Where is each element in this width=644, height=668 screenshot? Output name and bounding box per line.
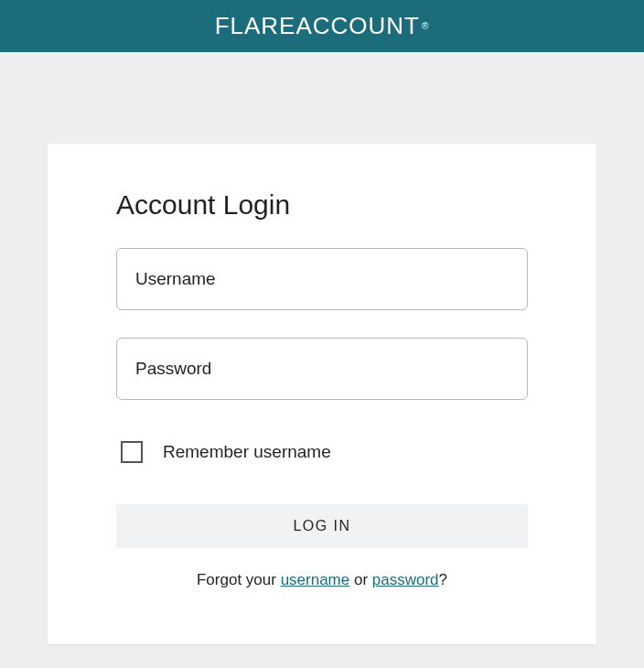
forgot-password-link[interactable]: password xyxy=(372,571,439,588)
logo: FLAREACCOUNT® xyxy=(215,12,430,40)
username-input[interactable] xyxy=(116,248,528,310)
password-input[interactable] xyxy=(116,338,528,400)
remember-label: Remember username xyxy=(163,442,331,462)
logo-account-text: ACCOUNT xyxy=(295,12,420,40)
logo-flare-text: FLARE xyxy=(215,12,296,40)
header: FLAREACCOUNT® xyxy=(0,0,644,52)
forgot-prefix: Forgot your xyxy=(197,571,281,588)
login-card: Account Login Remember username LOG IN F… xyxy=(48,144,596,644)
remember-checkbox[interactable] xyxy=(121,441,143,463)
login-button[interactable]: LOG IN xyxy=(116,504,528,548)
logo-registered-icon: ® xyxy=(422,21,429,31)
forgot-username-link[interactable]: username xyxy=(281,571,350,588)
page-title: Account Login xyxy=(116,189,528,221)
forgot-suffix: ? xyxy=(439,571,447,588)
forgot-or: or xyxy=(349,571,372,588)
forgot-row: Forgot your username or password? xyxy=(116,571,528,589)
remember-row: Remember username xyxy=(116,441,528,463)
